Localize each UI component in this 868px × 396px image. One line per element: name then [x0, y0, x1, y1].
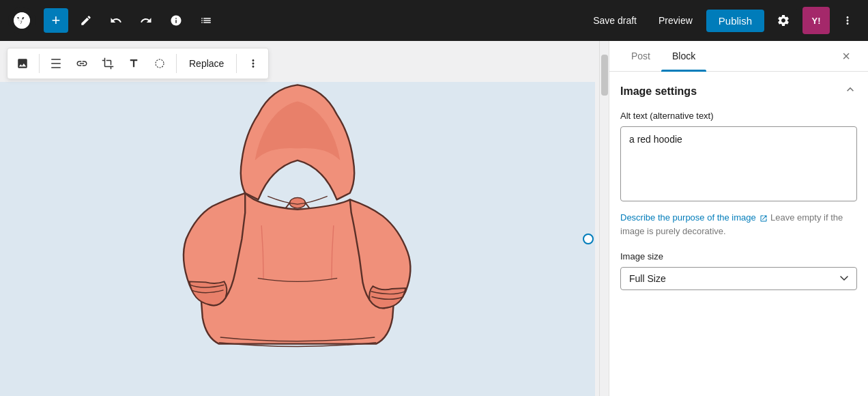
- top-toolbar: W + Save draft: [0, 0, 868, 41]
- hoodie-illustration: [154, 82, 441, 396]
- image-settings-header: Image settings: [620, 83, 857, 100]
- save-draft-button[interactable]: Save draft: [585, 11, 645, 30]
- selection-icon: [154, 57, 166, 70]
- sidebar: Post Block × Image settings: [609, 41, 868, 396]
- wp-logo-button[interactable]: W: [8, 7, 35, 34]
- pen-icon: [80, 14, 92, 27]
- undo-button[interactable]: [104, 8, 128, 33]
- yoast-seo-icon[interactable]: Y!: [802, 7, 830, 34]
- alt-text-hint: Describe the purpose of the image Leave …: [620, 211, 857, 238]
- wp-logo-icon: W: [12, 11, 31, 30]
- sidebar-tabs: Post Block ×: [609, 41, 868, 72]
- alt-text-hint-link[interactable]: Describe the purpose of the image: [620, 212, 770, 223]
- replace-button[interactable]: Replace: [181, 54, 232, 73]
- more-vertical-icon: [841, 14, 854, 27]
- image-display-area: [0, 82, 595, 396]
- info-icon: [170, 14, 182, 27]
- more-options-button[interactable]: [835, 8, 860, 33]
- alt-text-label: Alt text (alternative text): [620, 111, 857, 121]
- svg-text:W: W: [18, 16, 27, 26]
- redo-icon: [140, 14, 152, 27]
- tab-block[interactable]: Block: [661, 41, 706, 71]
- image-size-section: Image size Thumbnail Medium Large Full S…: [620, 251, 857, 290]
- image-block-toolbar: Replace: [7, 48, 269, 79]
- toolbar-divider-2: [176, 54, 177, 73]
- sidebar-close-button[interactable]: ×: [835, 45, 857, 67]
- svg-point-4: [289, 198, 305, 208]
- settings-icon: [777, 14, 790, 27]
- image-icon: [16, 57, 29, 70]
- editor-area: Replace: [0, 41, 609, 396]
- info-button[interactable]: [164, 8, 188, 33]
- chevron-up-icon: [843, 83, 857, 96]
- more-horizontal-icon: [247, 57, 259, 70]
- list-view-icon: [200, 14, 212, 27]
- image-settings-title: Image settings: [620, 85, 697, 98]
- tab-post[interactable]: Post: [620, 41, 661, 71]
- main-content: Replace: [0, 41, 868, 396]
- external-link-icon: [760, 214, 768, 223]
- align-tool-button[interactable]: [44, 51, 68, 76]
- image-tool-button[interactable]: [10, 51, 35, 76]
- undo-icon: [110, 14, 122, 27]
- sidebar-content: Image settings Alt text (alternative tex…: [609, 72, 868, 301]
- list-view-button[interactable]: [194, 8, 218, 33]
- collapse-section-button[interactable]: [843, 83, 857, 100]
- toolbar-right: Save draft Preview Publish Y!: [585, 7, 860, 34]
- add-block-button[interactable]: +: [44, 8, 68, 33]
- crop-icon: [102, 57, 114, 70]
- alt-text-input[interactable]: a red hoodie: [620, 126, 857, 201]
- align-icon: [50, 57, 62, 70]
- resize-handle[interactable]: [581, 234, 595, 244]
- selection-button[interactable]: [147, 51, 172, 76]
- edit-button[interactable]: [74, 8, 98, 33]
- text-overlay-icon: [128, 57, 140, 70]
- publish-button[interactable]: Publish: [706, 10, 764, 32]
- image-more-options-button[interactable]: [241, 51, 265, 76]
- image-size-label: Image size: [620, 251, 857, 261]
- link-tool-button[interactable]: [70, 51, 94, 76]
- resize-dot: [583, 234, 594, 244]
- text-overlay-button[interactable]: [121, 51, 146, 76]
- settings-button[interactable]: [770, 7, 797, 34]
- image-size-select[interactable]: Thumbnail Medium Large Full Size: [620, 267, 857, 290]
- svg-point-2: [156, 59, 164, 68]
- redo-button[interactable]: [134, 8, 158, 33]
- preview-button[interactable]: Preview: [650, 11, 701, 30]
- toolbar-divider-3: [236, 54, 237, 73]
- alt-text-field-group: Alt text (alternative text) a red hoodie…: [620, 111, 857, 238]
- scrollbar-thumb[interactable]: [601, 55, 608, 96]
- scrollbar[interactable]: [599, 41, 609, 396]
- crop-tool-button[interactable]: [96, 51, 120, 76]
- toolbar-divider-1: [39, 54, 40, 73]
- link-icon: [76, 57, 88, 70]
